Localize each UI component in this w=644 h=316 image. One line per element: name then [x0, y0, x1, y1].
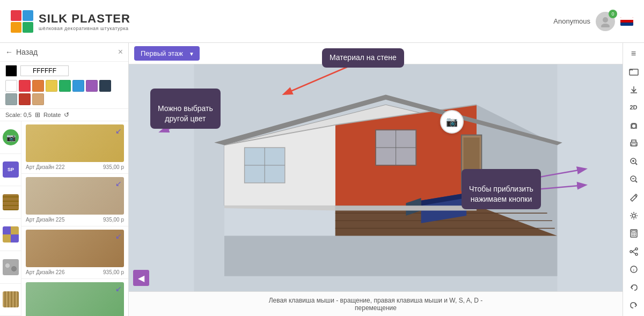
user-name: Anonymous: [553, 17, 590, 25]
header-right: Anonymous 0: [553, 12, 633, 31]
folder-button[interactable]: [624, 63, 643, 80]
thumb-name-222: Арт Дизайн 222: [26, 164, 64, 170]
viewport-area: Первый этаж 📷: [129, 43, 623, 316]
logo-icon: [11, 10, 33, 33]
thumb-info-225: Арт Дизайн 225 935,00 р: [26, 217, 124, 223]
zoom-out-button[interactable]: [624, 171, 643, 188]
logo-title: SILK PLASTER: [39, 12, 130, 26]
apply-icon-226: ↙: [115, 232, 122, 240]
screenshot-button[interactable]: [624, 117, 643, 134]
floor-selector[interactable]: Первый этаж: [134, 46, 200, 61]
close-button[interactable]: ×: [118, 47, 123, 57]
thumb-card-222[interactable]: ↙ Арт Дизайн 222 935,00 р: [21, 121, 128, 174]
language-flag[interactable]: [620, 17, 633, 26]
camera-icon: 📷: [3, 129, 19, 145]
pattern-icon: [3, 226, 19, 242]
apply-icon-230: ↙: [115, 284, 122, 293]
swatch-blue[interactable]: [72, 80, 84, 92]
logo-text: SILK PLASTER шёлковая декоративная штука…: [39, 12, 130, 31]
svg-point-0: [603, 17, 608, 23]
settings-button[interactable]: [624, 207, 643, 224]
thumb-card-230[interactable]: ↙ Арт Дизайн 230 935,00 р: [21, 279, 128, 316]
svg-point-45: [632, 233, 633, 234]
svg-point-51: [635, 248, 638, 250]
download-button[interactable]: [624, 81, 643, 98]
3d-viewport[interactable]: ◀: [129, 64, 623, 291]
back-label: Назад: [16, 48, 38, 56]
svg-rect-44: [632, 231, 636, 232]
back-arrow-icon: ←: [5, 48, 13, 56]
swatch-gray[interactable]: [5, 93, 17, 105]
info-button[interactable]: i: [624, 261, 643, 278]
thumb-image-222: ↙: [26, 124, 124, 162]
main-area: ← Назад ×: [0, 43, 644, 316]
icon-item-stone[interactable]: [0, 251, 21, 284]
svg-point-53: [630, 251, 632, 253]
swatch-darkred[interactable]: [19, 93, 31, 105]
svg-point-42: [632, 214, 635, 217]
color-hex-input[interactable]: [20, 65, 69, 76]
icon-item-wood1[interactable]: [0, 186, 21, 219]
color-input-row: [5, 65, 123, 77]
photo-button[interactable]: 📷: [440, 110, 464, 134]
thumb-image-230: ↙: [26, 282, 124, 316]
print-button[interactable]: [624, 135, 643, 152]
swatch-dark[interactable]: [99, 80, 111, 92]
svg-point-49: [633, 235, 634, 236]
svg-rect-16: [464, 137, 480, 188]
swatch-tan[interactable]: [32, 93, 44, 105]
icon-item-sp[interactable]: SP: [0, 154, 21, 187]
header: SILK PLASTER шёлковая декоративная штука…: [0, 0, 644, 43]
black-swatch[interactable]: [5, 65, 17, 77]
status-text: Левая клавиша мыши - вращение, правая кл…: [269, 297, 483, 312]
2d-view-button[interactable]: 2D: [624, 99, 643, 116]
swatch-yellow[interactable]: [46, 80, 57, 92]
thumb-price-226: 935,00 р: [103, 269, 124, 275]
thumb-card-226[interactable]: ↙ Арт Дизайн 226 935,00 р: [21, 226, 128, 279]
scale-icon: ⊞: [35, 111, 40, 119]
icon-item-camera[interactable]: 📷: [0, 121, 21, 154]
svg-point-50: [635, 235, 636, 236]
svg-point-52: [635, 253, 638, 255]
color-swatches: [5, 80, 123, 105]
back-button[interactable]: ← Назад: [5, 48, 38, 56]
floor-selector-wrap: Первый этаж: [134, 46, 200, 61]
icon-item-fabric[interactable]: [0, 284, 21, 317]
thumbnail-cards: ↙ Арт Дизайн 222 935,00 р ↙ Арт Дизайн 2…: [21, 121, 128, 316]
svg-point-1: [601, 24, 610, 27]
rotate-icon: ↺: [64, 111, 69, 119]
wood1-icon: [3, 194, 19, 210]
right-sidebar: ≡ 2D i: [623, 43, 644, 316]
edit-button[interactable]: [624, 189, 643, 206]
left-sidebar: ← Назад ×: [0, 43, 129, 316]
menu-button[interactable]: ≡: [624, 45, 643, 62]
svg-point-32: [632, 124, 636, 128]
thumb-card-225[interactable]: ↙ Арт Дизайн 225 935,00 р: [21, 174, 128, 226]
thumb-image-226: ↙: [26, 230, 124, 267]
svg-line-41: [635, 181, 637, 182]
icon-item-pattern[interactable]: [0, 219, 21, 252]
nav-left-button[interactable]: ◀: [133, 270, 149, 286]
swatch-white[interactable]: [5, 80, 17, 92]
swatch-red[interactable]: [19, 80, 31, 92]
apply-icon-222: ↙: [115, 127, 122, 135]
swatch-orange[interactable]: [32, 80, 44, 92]
swatch-green[interactable]: [59, 80, 71, 92]
thumbnail-list: 📷 SP: [0, 121, 128, 316]
share-button[interactable]: [624, 243, 643, 260]
avatar: 0: [596, 12, 615, 31]
thumb-image-225: ↙: [26, 177, 124, 215]
undo-button[interactable]: [624, 279, 643, 296]
svg-point-48: [632, 235, 633, 236]
svg-point-46: [633, 233, 634, 234]
svg-line-55: [632, 252, 635, 254]
thumb-name-226: Арт Дизайн 226: [26, 269, 64, 275]
svg-point-47: [635, 233, 636, 234]
zoom-in-button[interactable]: [624, 153, 643, 170]
svg-marker-26: [335, 205, 477, 210]
thumb-info-226: Арт Дизайн 226 935,00 р: [26, 269, 124, 275]
stone-icon: [3, 259, 19, 275]
swatch-purple[interactable]: [86, 80, 98, 92]
calculator-button[interactable]: [624, 225, 643, 242]
redo-button[interactable]: [624, 297, 643, 314]
